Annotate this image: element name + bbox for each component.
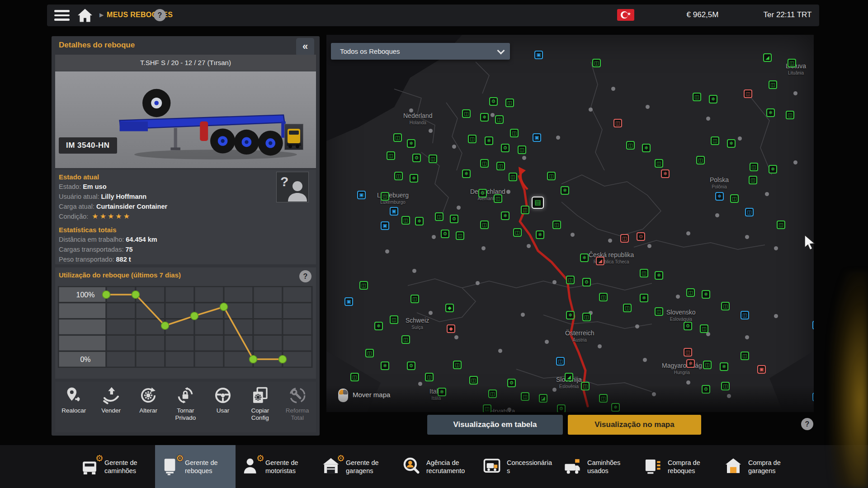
- nav-item-trailer-gear[interactable]: ⚙Gerente de reboques: [155, 445, 236, 488]
- trailer-map-icon[interactable]: ⚙: [478, 189, 487, 197]
- nav-item-truck-gear[interactable]: ⚙Gerente de caminhões: [75, 445, 155, 488]
- trailer-map-icon[interactable]: ◫: [401, 335, 410, 344]
- trailer-map-icon[interactable]: ❄: [727, 139, 736, 148]
- trailer-map-icon[interactable]: ❄: [580, 253, 589, 262]
- trailer-map-icon[interactable]: ❄: [410, 174, 418, 183]
- trailer-map-icon[interactable]: ◫: [730, 194, 739, 203]
- trailer-map-icon[interactable]: ◫: [749, 176, 757, 184]
- trailer-map-icon[interactable]: ◫: [495, 115, 504, 124]
- trailer-map-icon[interactable]: ❄: [407, 139, 415, 148]
- trailer-filter-dropdown[interactable]: Todos os Reboques: [331, 43, 510, 60]
- trailer-map-icon[interactable]: ◫: [556, 357, 565, 366]
- trailer-map-icon[interactable]: ❄: [485, 136, 493, 145]
- trailer-map-icon[interactable]: ⚙: [684, 322, 692, 330]
- trailer-map-icon[interactable]: ◫: [425, 373, 434, 381]
- table-view-button[interactable]: Visualização em tabela: [427, 415, 563, 435]
- trailer-map-icon[interactable]: ▣: [390, 207, 398, 216]
- trailer-map-icon[interactable]: ◫: [505, 99, 514, 107]
- trailer-map-icon[interactable]: ◫: [684, 348, 692, 357]
- trailer-map-icon[interactable]: ❄: [462, 169, 471, 178]
- trailer-map-icon[interactable]: ◫: [393, 133, 402, 142]
- trailer-map-icon[interactable]: ▣: [757, 365, 766, 374]
- tornar-privado-button[interactable]: Tornar Privado: [167, 382, 204, 432]
- trailer-map-icon[interactable]: ⚙: [582, 278, 591, 286]
- trailer-map-icon[interactable]: ◫: [777, 221, 785, 229]
- selected-trailer-marker[interactable]: ▤: [532, 197, 544, 209]
- trailer-map-icon[interactable]: ◫: [513, 228, 522, 237]
- alterar-button[interactable]: Alterar: [130, 382, 167, 432]
- trailer-map-icon[interactable]: ⊙: [637, 232, 645, 241]
- trailer-map-icon[interactable]: ◫: [582, 313, 591, 321]
- trailer-map-icon[interactable]: ❄: [501, 211, 509, 220]
- trailer-map-icon[interactable]: ◫: [711, 136, 719, 145]
- nav-item-used-truck[interactable]: Caminhões usados: [557, 445, 638, 488]
- trailer-map-icon[interactable]: ❄: [640, 294, 648, 302]
- trailer-map-icon[interactable]: ◫: [410, 295, 419, 303]
- nav-item-recruit[interactable]: Agência de recrutamento: [396, 445, 477, 488]
- trailer-map-icon[interactable]: ◫: [626, 141, 635, 150]
- nav-item-driver-gear[interactable]: ⚙Gerente de motoristas: [236, 445, 316, 488]
- trailer-map-icon[interactable]: ❄: [702, 290, 710, 299]
- trailer-map-icon[interactable]: ◫: [483, 404, 491, 412]
- trailer-map-icon[interactable]: ❄: [611, 403, 620, 412]
- trailer-map-icon[interactable]: ❄: [715, 192, 724, 201]
- trailer-map-icon[interactable]: ◫: [769, 80, 777, 89]
- collapse-panel-button[interactable]: «: [296, 38, 314, 56]
- trailer-map-icon[interactable]: ◫: [496, 162, 505, 170]
- trailer-map-icon[interactable]: ◫: [655, 159, 663, 168]
- trailer-map-icon[interactable]: ▣: [344, 297, 353, 306]
- trailer-map-icon[interactable]: ◫: [456, 231, 464, 240]
- trailer-map-icon[interactable]: ❄: [720, 362, 728, 371]
- trailer-map-icon[interactable]: ◫: [812, 393, 814, 401]
- trailer-map-icon[interactable]: ◫: [521, 392, 529, 401]
- assigned-truck-thumbnail[interactable]: [284, 124, 303, 150]
- trailer-map-icon[interactable]: ⚙: [507, 379, 516, 387]
- trailer-map-icon[interactable]: ◫: [365, 349, 374, 357]
- menu-icon[interactable]: [54, 10, 70, 21]
- trailer-map-icon[interactable]: ◫: [613, 119, 622, 127]
- trailer-map-icon[interactable]: ▣: [534, 51, 543, 59]
- trailer-map-icon[interactable]: ◫: [700, 324, 708, 333]
- trailer-map-icon[interactable]: ◫: [359, 281, 368, 290]
- trailer-map-icon[interactable]: ◫: [786, 111, 794, 119]
- trailer-map-icon[interactable]: ❄: [480, 113, 489, 122]
- trailer-map-icon[interactable]: ◫: [750, 163, 758, 171]
- trailer-map-icon[interactable]: ◫: [599, 394, 608, 403]
- trailer-map-icon[interactable]: ◫: [655, 307, 663, 316]
- trailer-map-icon[interactable]: ◫: [480, 221, 489, 229]
- map-view-button[interactable]: Visualização no mapa: [568, 415, 701, 435]
- copiar-config-button[interactable]: Copiar Config: [241, 382, 278, 432]
- trailer-map-icon[interactable]: ◫: [741, 311, 749, 319]
- trailer-map-icon[interactable]: ⚙: [702, 385, 710, 394]
- trailer-map-icon[interactable]: ⚙: [501, 144, 509, 152]
- trailer-map-icon[interactable]: ❄: [686, 359, 695, 368]
- trailer-map-icon[interactable]: ◫: [599, 293, 608, 301]
- trailer-map-icon[interactable]: ⚙: [441, 230, 449, 238]
- trailer-map-icon[interactable]: ◫: [741, 352, 749, 360]
- realocar-button[interactable]: Realocar: [55, 382, 92, 432]
- trailer-map-icon[interactable]: ◫: [721, 382, 730, 390]
- trailer-map-icon[interactable]: ◫: [453, 361, 462, 369]
- trailer-map-icon[interactable]: ◫: [509, 173, 517, 181]
- trailer-map-icon[interactable]: ◢: [565, 373, 573, 381]
- nav-item-dealer[interactable]: Concessionárias: [477, 445, 557, 488]
- trailer-map-icon[interactable]: ◫: [518, 145, 526, 154]
- trailer-map-icon[interactable]: ◫: [745, 208, 754, 216]
- trailer-map-icon[interactable]: ◫: [401, 216, 410, 225]
- trailer-map-icon[interactable]: ❄: [769, 165, 777, 174]
- trailer-map-icon[interactable]: ❄: [766, 108, 775, 117]
- trailer-map-icon[interactable]: ◫: [494, 194, 502, 203]
- trailer-map-icon[interactable]: ◢: [596, 257, 604, 265]
- trailer-map-icon[interactable]: ◫: [744, 89, 752, 98]
- trailer-map-icon[interactable]: ◫: [620, 234, 629, 243]
- trailer-map-icon[interactable]: ❄: [415, 217, 424, 225]
- trailer-map-icon[interactable]: ❄: [566, 311, 575, 319]
- trailer-map-icon[interactable]: ◆: [447, 324, 455, 333]
- trailer-map-icon[interactable]: ◫: [394, 172, 403, 180]
- trailer-map-icon[interactable]: ⚙: [557, 404, 566, 412]
- trailer-map-icon[interactable]: ❄: [655, 271, 663, 280]
- trailer-map-icon[interactable]: ◫: [721, 302, 730, 310]
- trailer-map-icon[interactable]: ◫: [468, 135, 476, 143]
- trailer-map-icon[interactable]: ◫: [592, 59, 601, 67]
- trailer-map-icon[interactable]: ⚙: [407, 361, 415, 370]
